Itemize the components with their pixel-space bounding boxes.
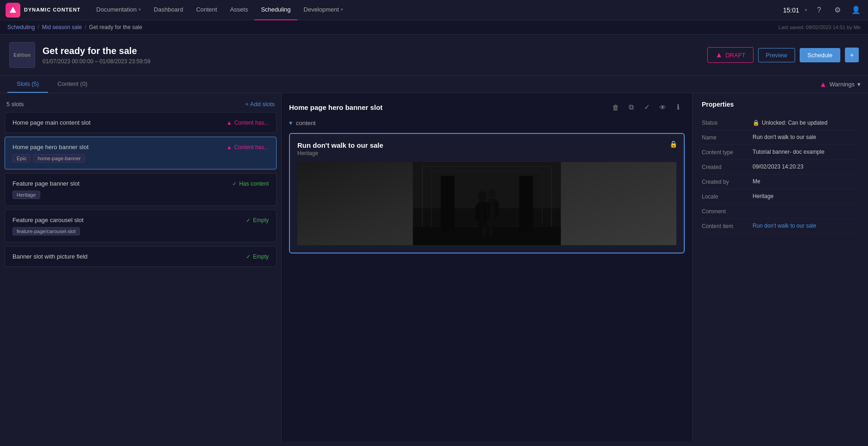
prop-label-locale: Locale: [702, 193, 753, 200]
tab-content[interactable]: Content (0): [48, 76, 96, 93]
user-icon-button[interactable]: 👤: [850, 4, 862, 17]
slot-card-header: Feature page carousel slot ✓ Empty: [12, 217, 269, 223]
slots-panel: 5 slots + Add slots Home page main conte…: [0, 93, 282, 441]
page-title: Get ready for the sale: [42, 46, 151, 56]
slot-card-header: Home page hero banner slot ▲ Content has…: [12, 144, 269, 151]
logo[interactable]: DYNAMIC CONTENT: [6, 3, 81, 18]
top-navigation: DYNAMIC CONTENT Documentation ▾ Dashboar…: [0, 0, 868, 20]
warnings-chevron: ▾: [857, 81, 861, 88]
nav-content[interactable]: Content: [190, 0, 224, 20]
info-button[interactable]: ℹ: [672, 101, 685, 114]
slot-warning-icon: ▲: [226, 144, 232, 151]
slot-success-icon: ✓: [246, 253, 251, 260]
warnings-label: Warnings: [830, 81, 855, 88]
page-header-left: Edition Get ready for the sale 01/07/202…: [9, 42, 151, 68]
nav-scheduling-label: Scheduling: [261, 6, 290, 13]
preview-label: Preview: [766, 52, 787, 59]
tabs-bar: Slots (5) Content (0) ▲ Warnings ▾: [0, 76, 868, 93]
help-icon-button[interactable]: ?: [813, 4, 826, 17]
nav-assets[interactable]: Assets: [223, 0, 254, 20]
tab-slots[interactable]: Slots (5): [7, 76, 48, 93]
content-section-label: content: [296, 120, 316, 127]
collapse-icon: ▾: [289, 119, 292, 127]
nav-content-label: Content: [196, 6, 217, 13]
edition-badge: Edition: [9, 42, 35, 68]
delete-button[interactable]: 🗑: [609, 101, 622, 114]
prop-label-content-type: Content type: [702, 149, 753, 156]
slot-status: ✓ Empty: [246, 253, 269, 260]
svg-rect-20: [413, 162, 561, 245]
warnings-button[interactable]: ▲ Warnings ▾: [820, 80, 861, 89]
page-title-block: Get ready for the sale 01/07/2023 00:00:…: [42, 46, 151, 65]
slot-tag-home-page-banner: home-page-banner: [33, 154, 85, 163]
slot-card-feature-carousel[interactable]: Feature page carousel slot ✓ Empty featu…: [5, 210, 277, 242]
properties-panel: Properties Status 🔒 Unlocked: Can be upd…: [693, 93, 868, 441]
tabs: Slots (5) Content (0): [7, 76, 96, 93]
nav-dashboard[interactable]: Dashboard: [147, 0, 190, 20]
slot-card-header: Feature page banner slot ✓ Has content: [12, 180, 269, 187]
tab-slots-label: Slots (5): [17, 80, 39, 87]
prop-row-locale: Locale Heritage: [702, 189, 859, 204]
main-content: 5 slots + Add slots Home page main conte…: [0, 93, 868, 441]
slot-card-banner-picture[interactable]: Banner slot with picture field ✓ Empty: [5, 246, 277, 267]
svg-marker-0: [10, 6, 16, 12]
prop-value-name: Run don't walk to our sale: [753, 134, 859, 141]
slot-name: Home page hero banner slot: [12, 144, 89, 151]
draft-label: DRAFT: [725, 52, 745, 59]
add-slots-label: + Add slots: [245, 101, 275, 108]
content-detail-panel: Home page hero banner slot 🗑 ⧉ ✓ 👁 ℹ ▾ c…: [282, 93, 693, 441]
content-card-subtitle: Heritage: [297, 150, 676, 157]
nav-development[interactable]: Development ▾: [297, 0, 350, 20]
slot-success-icon: ✓: [232, 181, 237, 187]
slot-status-text: Empty: [253, 253, 269, 260]
prop-value-comment: [753, 208, 859, 215]
prop-row-created: Created 09/02/2023 14:20:23: [702, 160, 859, 175]
content-image-svg: [297, 162, 676, 245]
warnings-icon: ▲: [820, 80, 827, 89]
copy-button[interactable]: ⧉: [625, 101, 638, 114]
prop-row-content-item: Content item Run don't walk to our sale: [702, 219, 859, 234]
slot-card-home-main[interactable]: Home page main content slot ▲ Content ha…: [5, 112, 277, 133]
nav-documentation[interactable]: Documentation ▾: [90, 0, 147, 20]
breadcrumb-mid-season[interactable]: Mid season sale: [42, 24, 82, 30]
date-range: 01/07/2023 00:00:00 – 01/08/2023 23:59:5…: [42, 58, 151, 65]
prop-label-name: Name: [702, 134, 753, 141]
slot-card-feature-banner[interactable]: Feature page banner slot ✓ Has content H…: [5, 173, 277, 206]
slot-success-icon: ✓: [246, 217, 251, 223]
nav-documentation-chevron: ▾: [139, 7, 141, 12]
prop-label-comment: Comment: [702, 208, 753, 215]
content-section-header[interactable]: ▾ content: [289, 119, 685, 127]
nav-scheduling[interactable]: Scheduling: [254, 0, 297, 20]
breadcrumb-scheduling[interactable]: Scheduling: [7, 24, 35, 30]
nav-assets-label: Assets: [230, 6, 248, 13]
schedule-button[interactable]: Schedule: [800, 48, 840, 62]
tab-content-label: Content (0): [57, 80, 87, 87]
preview-button[interactable]: Preview: [758, 48, 795, 62]
more-button[interactable]: +: [845, 48, 859, 62]
page-header-right: ▲ DRAFT Preview Schedule +: [707, 47, 859, 63]
slot-status: ▲ Content has...: [226, 144, 269, 151]
draft-button[interactable]: ▲ DRAFT: [707, 47, 753, 63]
settings-icon-button[interactable]: ⚙: [831, 4, 844, 17]
content-image: [297, 162, 676, 245]
properties-title: Properties: [702, 101, 859, 108]
nav-development-chevron: ▾: [341, 7, 343, 12]
logo-icon: [6, 3, 20, 18]
slot-name: Feature page carousel slot: [12, 217, 84, 223]
panel-header: 5 slots + Add slots: [5, 98, 277, 112]
nav-dashboard-label: Dashboard: [154, 6, 183, 13]
slot-card-home-hero[interactable]: Home page hero banner slot ▲ Content has…: [5, 137, 277, 169]
slot-name: Home page main content slot: [12, 119, 90, 126]
prop-value-content-item[interactable]: Run don't walk to our sale: [753, 223, 859, 229]
prop-value-locale: Heritage: [753, 193, 859, 200]
lock-icon: 🔒: [669, 140, 677, 148]
prop-label-created: Created: [702, 163, 753, 170]
nav-time-chevron: ▾: [805, 7, 807, 12]
nav-documentation-label: Documentation: [96, 6, 137, 13]
add-slots-button[interactable]: + Add slots: [245, 101, 275, 108]
view-button[interactable]: 👁: [656, 101, 669, 114]
slot-tags: Epic home-page-banner: [12, 154, 269, 163]
slot-status: ✓ Has content: [232, 181, 269, 187]
content-card: 🔒 Run don't walk to our sale Heritage: [289, 133, 685, 253]
validate-button[interactable]: ✓: [640, 101, 653, 114]
